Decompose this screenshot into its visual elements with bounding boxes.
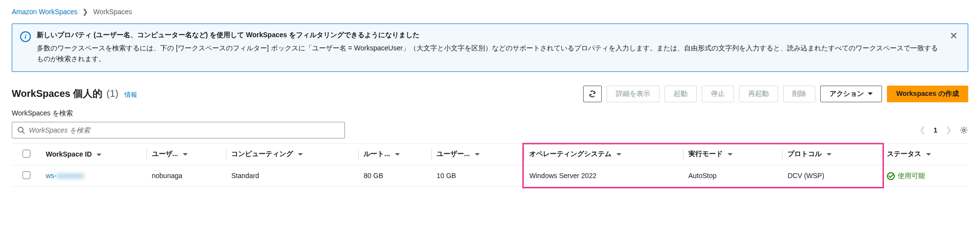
reboot-button[interactable]: 再起動 <box>739 86 778 102</box>
filter-icon[interactable] <box>827 153 832 156</box>
prev-page-button[interactable]: ❮ <box>919 125 926 135</box>
close-icon[interactable]: ✕ <box>948 31 960 41</box>
start-button[interactable]: 起動 <box>664 86 697 102</box>
svg-point-2 <box>963 129 965 131</box>
column-header-root[interactable]: ルート... <box>359 144 432 165</box>
search-box[interactable] <box>12 122 345 138</box>
actions-menu-button[interactable]: アクション <box>820 86 882 102</box>
filter-icon[interactable] <box>97 154 101 156</box>
workspaces-table: WorkSpace ID ユーザ... コンピューティング ルート... <box>12 144 968 187</box>
search-label: WorkSpaces を検索 <box>12 109 968 118</box>
cell-workspace-id: ws-xxxxxxxx <box>41 165 147 186</box>
cell-os: Windows Server 2022 <box>524 165 683 186</box>
cell-compute: Standard <box>226 165 359 186</box>
column-header-id[interactable]: WorkSpace ID <box>41 144 147 165</box>
search-input[interactable] <box>29 126 340 134</box>
column-header-user[interactable]: ユーザ... <box>147 144 226 165</box>
next-page-button[interactable]: ❯ <box>945 125 952 135</box>
breadcrumb: Amazon WorkSpaces ❯ WorkSpaces <box>12 8 968 16</box>
resource-count: (1) <box>106 88 118 99</box>
pagination: ❮ 1 ❯ <box>919 125 968 135</box>
search-icon <box>17 126 25 134</box>
action-bar: 詳細を表示 起動 停止 再起動 削除 アクション Workspaces の作成 <box>583 86 968 102</box>
filter-icon[interactable] <box>183 153 188 156</box>
column-header-compute[interactable]: コンピューティング <box>226 144 359 165</box>
breadcrumb-current: WorkSpaces <box>93 8 132 16</box>
info-banner: i 新しいプロパティ (ユーザー名、コンピューター名など) を使用して Work… <box>12 23 968 72</box>
check-circle-icon <box>887 172 895 180</box>
column-header-status[interactable]: ステータス <box>882 144 968 165</box>
page-title: WorkSpaces 個人的 <box>12 87 102 100</box>
gear-icon <box>959 126 968 135</box>
column-header-select <box>12 144 41 165</box>
banner-title: 新しいプロパティ (ユーザー名、コンピューター名など) を使用して WorkSp… <box>37 31 942 40</box>
delete-button[interactable]: 削除 <box>783 86 815 102</box>
cell-user: nobunaga <box>147 165 226 186</box>
info-link[interactable]: 情報 <box>124 91 137 99</box>
breadcrumb-root[interactable]: Amazon WorkSpaces <box>12 8 77 16</box>
column-header-mode[interactable]: 実行モード <box>684 144 783 165</box>
page-title-group: WorkSpaces 個人的 (1) 情報 <box>12 87 137 100</box>
workspace-id-link[interactable]: ws-xxxxxxxx <box>46 172 84 180</box>
filter-icon[interactable] <box>298 153 303 156</box>
filter-icon[interactable] <box>616 153 621 156</box>
column-header-protocol[interactable]: プロトコル <box>783 144 882 165</box>
create-workspace-button[interactable]: Workspaces の作成 <box>887 86 968 102</box>
filter-icon[interactable] <box>475 153 480 156</box>
chevron-right-icon: ❯ <box>82 8 88 16</box>
filter-icon[interactable] <box>926 153 931 156</box>
cell-uservol: 10 GB <box>432 165 524 186</box>
filter-icon[interactable] <box>395 153 400 156</box>
settings-button[interactable] <box>959 126 968 135</box>
table-header-row: WorkSpace ID ユーザ... コンピューティング ルート... <box>12 144 968 165</box>
select-all-checkbox[interactable] <box>23 150 30 158</box>
column-header-uservol[interactable]: ユーザー... <box>432 144 524 165</box>
caret-down-icon <box>868 92 873 95</box>
view-details-button[interactable]: 詳細を表示 <box>607 86 660 102</box>
table-row: ws-xxxxxxxx nobunaga Standard 80 GB 10 G… <box>12 165 968 186</box>
column-header-os[interactable]: オペレーティングシステム <box>524 144 683 165</box>
svg-line-1 <box>23 132 24 134</box>
page-number: 1 <box>933 126 937 134</box>
cell-status: 使用可能 <box>882 165 968 186</box>
banner-description: 多数のワークスペースを検索するには、下の [ワークスペースのフィルター] ボック… <box>37 43 942 65</box>
svg-point-0 <box>18 127 23 132</box>
refresh-button[interactable] <box>583 86 602 102</box>
info-icon: i <box>20 31 31 42</box>
actions-menu-label: アクション <box>830 90 864 98</box>
cell-root: 80 GB <box>359 165 432 186</box>
refresh-icon <box>588 90 596 98</box>
status-badge: 使用可能 <box>887 172 925 181</box>
stop-button[interactable]: 停止 <box>702 86 734 102</box>
cell-protocol: DCV (WSP) <box>783 165 882 186</box>
row-select-checkbox[interactable] <box>23 171 30 179</box>
cell-mode: AutoStop <box>684 165 783 186</box>
filter-icon[interactable] <box>728 153 733 156</box>
